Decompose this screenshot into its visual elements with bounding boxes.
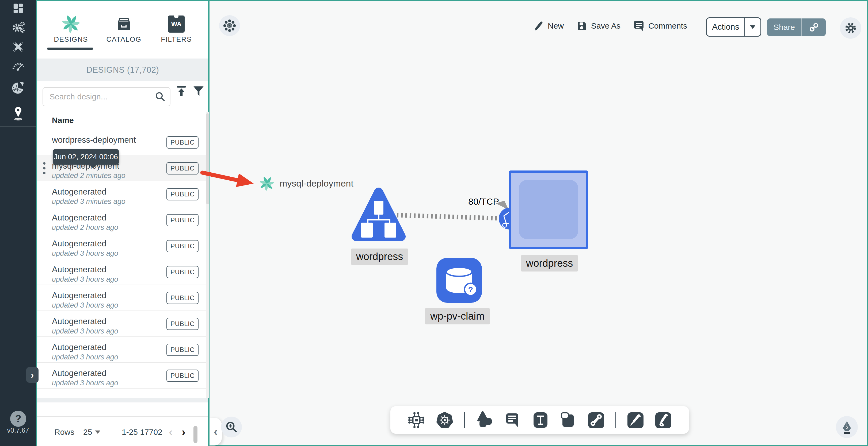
design-updated: updated 3 hours ago — [52, 379, 118, 387]
kanvas-pin-icon — [11, 105, 26, 121]
panel-collapse-button[interactable]: ‹ — [210, 418, 222, 445]
annotation-comment-icon[interactable] — [504, 411, 522, 429]
zoom-in-button[interactable] — [221, 417, 242, 438]
pagination-footer: Rows 25 1-25 17702 ‹ › — [37, 416, 208, 446]
deployment-node-label[interactable]: wordpress — [521, 255, 578, 272]
tab-catalog-label: CATALOG — [106, 35, 142, 43]
mesh-button[interactable] — [219, 15, 240, 36]
tab-designs[interactable]: DESIGNS — [47, 1, 95, 59]
list-scrollbar-thumb[interactable] — [206, 113, 209, 204]
left-nav-sidebar: › ? v0.7.67 — [0, 0, 36, 446]
service-edge — [397, 215, 500, 218]
sidebar-item-lifecycle[interactable] — [0, 20, 36, 34]
share-button[interactable]: Share — [767, 19, 826, 36]
copy-link-button[interactable] — [801, 19, 826, 36]
design-name: Autogenerated — [52, 369, 106, 378]
components-chip-icon[interactable] — [407, 411, 425, 429]
shapes-icon[interactable] — [476, 411, 493, 429]
design-updated: updated 3 hours ago — [52, 275, 118, 283]
sidebar-item-kanvas[interactable] — [0, 105, 36, 121]
gear-icon — [844, 22, 857, 34]
pagination-range: 1-25 17702 — [122, 427, 162, 437]
visibility-badge: PUBLIC — [166, 162, 198, 174]
tab-filters[interactable]: WA FILTERS — [152, 1, 200, 59]
settings-button[interactable] — [840, 18, 861, 39]
designs-count-header: DESIGNS (17,702) — [37, 59, 208, 81]
list-item[interactable]: Autogeneratedupdated 3 hours agoPUBLIC — [37, 285, 208, 311]
canvas-bottom-toolbar — [391, 406, 689, 434]
tab-filters-label: FILTERS — [161, 35, 192, 43]
list-header: Name — [37, 112, 208, 129]
meshery-spiral-icon — [260, 177, 274, 191]
design-updated: updated 3 minutes ago — [52, 198, 125, 206]
sidebar-item-configuration[interactable] — [0, 40, 36, 54]
search-row — [37, 81, 208, 112]
canvas-toolbar: New Save As Comments — [533, 20, 687, 32]
sidebar-item-extensions[interactable] — [0, 81, 36, 95]
filter-funnel-icon[interactable] — [193, 85, 205, 97]
footer-scrollbar-thumb[interactable] — [193, 426, 197, 443]
search-field[interactable] — [42, 87, 170, 106]
list-item[interactable]: Autogeneratedupdated 3 hours agoPUBLIC — [37, 311, 208, 337]
list-item[interactable]: Autogeneratedupdated 3 hours agoPUBLIC — [37, 363, 208, 388]
search-icon[interactable] — [155, 92, 166, 102]
kubernetes-icon[interactable] — [436, 411, 454, 429]
tab-catalog[interactable]: CATALOG — [100, 1, 148, 59]
save-as-button[interactable]: Save As — [576, 20, 620, 32]
help-button[interactable]: ? — [10, 411, 26, 427]
rows-per-page-caret-icon[interactable] — [94, 430, 101, 434]
edge-port-label: 80/TCP — [468, 197, 499, 207]
list-item[interactable]: Autogeneratedupdated 3 hours agoPUBLIC — [37, 233, 208, 259]
design-name: Autogenerated — [52, 239, 106, 248]
note-rectangle-icon[interactable] — [559, 411, 577, 429]
design-name: wordpress-deployment — [52, 135, 136, 145]
meshery-spiral-icon — [62, 14, 80, 34]
sidebar-item-dashboard[interactable] — [0, 2, 36, 14]
pencil-new-icon — [533, 21, 544, 31]
design-name: Autogenerated — [52, 291, 106, 300]
list-item[interactable]: Autogeneratedupdated 3 minutes agoPUBLIC — [37, 181, 208, 207]
pvc-node-label[interactable]: wp-pv-claim — [425, 308, 490, 324]
prev-page-button[interactable]: ‹ — [169, 426, 173, 439]
sidebar-divider — [0, 127, 36, 127]
mysql-node-icon[interactable] — [260, 177, 274, 191]
actions-dropdown-button[interactable] — [744, 18, 761, 36]
version-label: v0.7.67 — [0, 426, 36, 434]
list-item[interactable]: Autogeneratedupdated 2 hours agoPUBLIC — [37, 207, 208, 233]
visibility-badge: PUBLIC — [166, 214, 198, 226]
service-node[interactable] — [350, 185, 407, 244]
design-canvas[interactable]: New Save As Comments Actions — [208, 0, 868, 446]
actions-button[interactable]: Actions — [706, 18, 761, 37]
new-label: New — [548, 22, 564, 31]
pen-nib-icon — [841, 420, 853, 434]
design-list: wordpress-deploymentPUBLICmysql-deployme… — [37, 129, 208, 388]
next-page-button[interactable]: › — [182, 426, 185, 439]
unknown-question-mark: ? — [468, 285, 473, 294]
text-tool-icon[interactable] — [532, 411, 549, 429]
new-button[interactable]: New — [533, 21, 564, 31]
comments-button[interactable]: Comments — [633, 20, 687, 32]
sidebar-item-performance[interactable] — [0, 59, 36, 72]
sidebar-expand-button[interactable]: › — [26, 367, 38, 383]
zoom-in-icon — [225, 421, 237, 433]
design-name: Autogenerated — [52, 265, 106, 274]
deployment-node-selected[interactable] — [509, 171, 588, 249]
search-input[interactable] — [49, 92, 155, 102]
list-item[interactable]: Autogeneratedupdated 3 hours agoPUBLIC — [37, 259, 208, 285]
comment-icon — [633, 20, 645, 32]
publish-upload-icon[interactable] — [176, 85, 187, 97]
design-mode-button[interactable] — [836, 416, 858, 438]
list-item[interactable]: Autogeneratedupdated 3 hours agoPUBLIC — [37, 337, 208, 363]
rows-per-page-value[interactable]: 25 — [83, 427, 92, 437]
pvc-node[interactable]: ? — [436, 258, 482, 303]
share-label: Share — [767, 19, 801, 36]
service-node-label[interactable]: wordpress — [351, 248, 408, 265]
draw-edge-pen-icon[interactable] — [627, 411, 644, 429]
deployment-inner-region — [519, 180, 578, 239]
comments-label: Comments — [648, 22, 687, 31]
freehand-pencil-icon[interactable] — [655, 411, 672, 429]
design-name: Autogenerated — [52, 343, 106, 352]
sidebar-divider — [0, 101, 36, 101]
row-menu-icon[interactable] — [43, 162, 46, 177]
relationship-link-icon[interactable] — [588, 411, 605, 429]
